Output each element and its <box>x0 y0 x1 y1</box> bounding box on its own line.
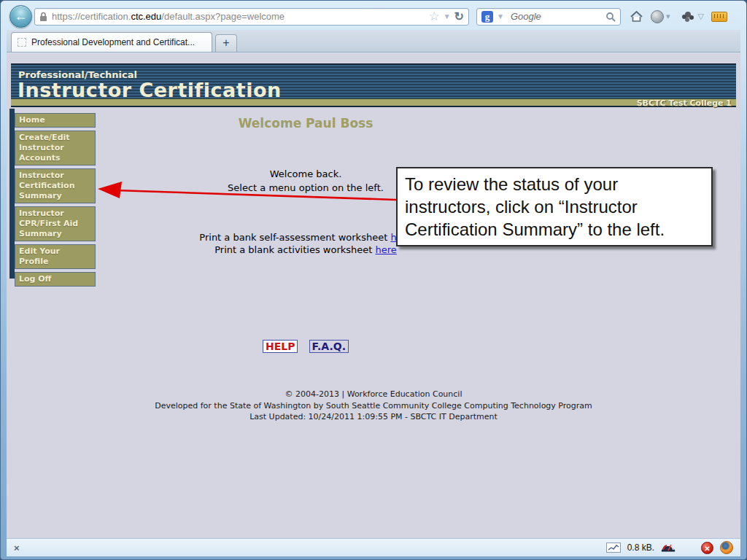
statusbar-close-button[interactable]: × <box>14 542 20 553</box>
footer-developed-by: Developed for the State of Washington by… <box>7 400 740 412</box>
globe-dropdown-icon[interactable]: ▾ <box>666 12 670 21</box>
footer-copyright: © 2004-2013 | Workforce Education Counci… <box>7 389 740 400</box>
toolbar-chevron-icon[interactable]: ▽ <box>698 12 704 21</box>
url-domain: ctc.edu <box>131 11 161 22</box>
sidebar-item-create-edit-accounts[interactable]: Create/Edit Instructor Accounts <box>15 131 96 166</box>
back-button[interactable]: ← <box>9 5 32 28</box>
sidebar-edge-strip <box>9 109 15 279</box>
print-text-2: Print a blank activities worksheet <box>214 244 375 255</box>
search-box[interactable]: g ▼ Google <box>476 8 621 26</box>
footer: © 2004-2013 | Workforce Education Counci… <box>7 389 740 423</box>
firefox-icon[interactable] <box>720 541 733 554</box>
tab-favicon-icon <box>18 38 26 47</box>
help-faq-row: HELP F.A.Q. <box>96 339 516 353</box>
measure-addon-icon[interactable] <box>711 12 727 22</box>
url-dropdown-icon[interactable]: ▼ <box>444 12 451 20</box>
footer-last-updated: Last Updated: 10/24/2011 1:09:55 PM - SB… <box>7 411 740 423</box>
bookmark-star-icon[interactable]: ☆ <box>428 10 439 23</box>
new-tab-button[interactable]: + <box>215 34 237 52</box>
sidebar: Home Create/Edit Instructor Accounts Ins… <box>15 113 96 289</box>
tab-bar: Professional Development and Certificat.… <box>7 30 740 52</box>
search-icon[interactable] <box>605 12 616 22</box>
transfer-size-label: 0.8 kB. <box>627 542 654 553</box>
reload-icon[interactable]: ↻ <box>454 9 464 23</box>
callout-box: To review the status of your instructors… <box>396 167 713 246</box>
status-bar: × 0.8 kB. ✕ <box>7 538 740 556</box>
lock-icon <box>39 12 47 22</box>
url-bar[interactable]: https://certification.ctc.edu/default.as… <box>34 8 469 26</box>
google-logo-icon[interactable]: g <box>481 11 493 23</box>
graph-icon[interactable] <box>606 542 621 553</box>
addon-blob-icon[interactable] <box>678 10 691 23</box>
sidebar-item-certification-summary[interactable]: Instructor Certification Summary <box>15 168 96 203</box>
gauge-icon[interactable] <box>661 540 676 555</box>
welcome-heading: Welcome Paul Boss <box>96 116 516 131</box>
back-arrow-icon: ← <box>15 9 28 24</box>
sidebar-item-home[interactable]: Home <box>15 113 96 128</box>
sidebar-item-log-off[interactable]: Log Off <box>15 272 96 287</box>
error-icon[interactable]: ✕ <box>701 542 713 554</box>
search-engine-dropdown-icon[interactable]: ▼ <box>497 12 504 20</box>
toolbar-icon-group: ▾ ▽ <box>630 10 727 23</box>
search-input[interactable]: Google <box>511 11 605 22</box>
tab-professional-development[interactable]: Professional Development and Certificat.… <box>11 32 212 52</box>
tab-title: Professional Development and Certificat.… <box>31 37 195 47</box>
navigation-toolbar: ← https://certification.ctc.edu/default.… <box>7 4 740 28</box>
statusbar-addons: 0.8 kB. ✕ <box>606 540 733 555</box>
browser-window: ← https://certification.ctc.edu/default.… <box>0 0 747 560</box>
sidebar-item-edit-profile[interactable]: Edit Your Profile <box>15 244 96 269</box>
print-text-1: Print a bank self-assessment worksheet <box>199 232 390 243</box>
help-button[interactable]: HELP <box>263 340 298 353</box>
page-banner: Professional/Technical Instructor Certif… <box>11 63 736 98</box>
faq-button[interactable]: F.A.Q. <box>309 340 349 353</box>
sidebar-item-cpr-first-aid-summary[interactable]: Instructor CPR/First Aid Summary <box>15 206 96 241</box>
globe-icon[interactable]: ▾ <box>651 10 670 23</box>
url-text: https://certification.ctc.edu/default.as… <box>52 11 428 22</box>
college-badge: SBCTC Test College 1 <box>11 99 736 107</box>
home-icon[interactable] <box>630 10 643 23</box>
banner-stripe: SBCTC Test College 1 <box>11 98 736 107</box>
here-link-2[interactable]: here <box>376 244 397 255</box>
page-content: Professional/Technical Instructor Certif… <box>7 53 740 538</box>
callout-text: To review the status of your instructors… <box>405 174 665 239</box>
screenshot-root: { "browser": { "back_glyph": "←", "url":… <box>0 0 747 560</box>
